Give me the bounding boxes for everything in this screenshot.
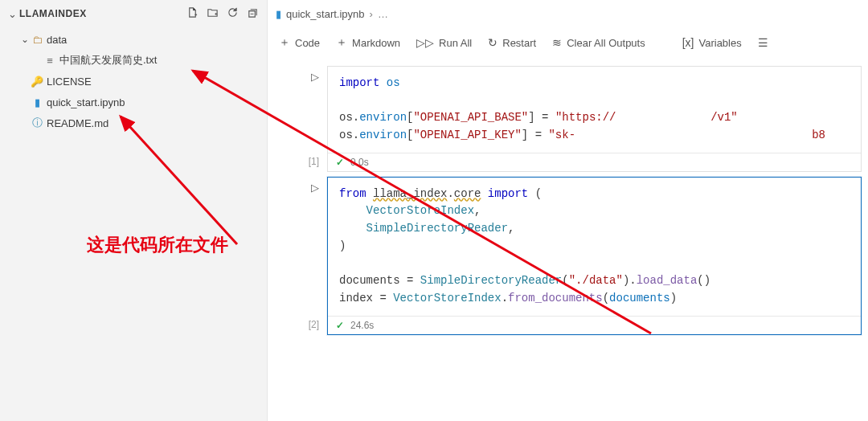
new-folder-icon[interactable]	[207, 6, 219, 21]
breadcrumb-sep: ›	[370, 8, 373, 20]
cell-index: [1]	[309, 156, 319, 167]
tree-item-key[interactable]: 🔑LICENSE	[0, 71, 267, 92]
editor-tab[interactable]: ▮ quick_start.ipynb › …	[268, 0, 868, 27]
cell-index: [2]	[309, 319, 319, 330]
tab-filename: quick_start.ipynb	[286, 8, 365, 20]
code-editor[interactable]: import os os.environ["OPENAI_API_BASE"] …	[328, 67, 861, 153]
tree-item-label: LICENSE	[47, 76, 92, 88]
run-cell-button[interactable]: ▷	[311, 182, 319, 194]
code-cell[interactable]: import os os.environ["OPENAI_API_BASE"] …	[327, 66, 862, 172]
notebook-toolbar: ＋Code ＋Markdown ▷▷Run All ↻Restart ≋Clea…	[268, 27, 868, 58]
tree-item-label: 中国航天发展简史.txt	[59, 53, 157, 67]
code-editor[interactable]: from llama_index.core import ( VectorSto…	[328, 178, 861, 316]
info-icon: ⓘ	[31, 116, 43, 130]
code-cell[interactable]: from llama_index.core import ( VectorSto…	[327, 177, 862, 335]
clear-outputs-button[interactable]: ≋Clear All Outputs	[552, 36, 645, 49]
plus-icon: ＋	[336, 35, 347, 50]
breadcrumb-more: …	[378, 8, 388, 20]
editor-area: ▮ quick_start.ipynb › … ＋Code ＋Markdown …	[268, 0, 868, 421]
explorer-header[interactable]: ⌄ LLAMAINDEX	[0, 0, 267, 27]
check-icon: ✓	[336, 320, 344, 331]
tree-item-md[interactable]: ⓘREADME.md	[0, 112, 267, 133]
restart-icon: ↻	[488, 36, 497, 49]
notebook-icon: ▮	[31, 96, 43, 108]
add-code-button[interactable]: ＋Code	[279, 35, 320, 50]
run-cell-button[interactable]: ▷	[311, 71, 319, 83]
license-icon: 🔑	[31, 76, 43, 88]
run-all-button[interactable]: ▷▷Run All	[416, 36, 472, 49]
notebook-cells: ▷[1]import os os.environ["OPENAI_API_BAS…	[268, 58, 868, 421]
chevron-down-icon: ⌄	[6, 8, 18, 20]
new-file-icon[interactable]	[186, 6, 199, 21]
run-all-icon: ▷▷	[416, 36, 434, 49]
add-markdown-button[interactable]: ＋Markdown	[336, 35, 400, 50]
tree-item-nb[interactable]: ▮quick_start.ipynb	[0, 92, 267, 112]
collapse-all-icon[interactable]	[247, 6, 259, 21]
folder-icon: 🗀	[31, 34, 43, 46]
explorer-title: LLAMAINDEX	[19, 8, 186, 19]
plus-icon: ＋	[279, 35, 290, 50]
file-tree: ⌄🗀data≡中国航天发展简史.txt🔑LICENSE▮quick_start.…	[0, 27, 267, 133]
text-file-icon: ≡	[43, 55, 56, 67]
file-explorer: ⌄ LLAMAINDEX ⌄🗀data≡中国航天发展简史.txt🔑LICENSE…	[0, 0, 268, 421]
cell-status: ✓0.0s	[328, 153, 861, 171]
notebook-icon: ▮	[276, 8, 281, 20]
restart-button[interactable]: ↻Restart	[488, 36, 536, 49]
explorer-actions	[186, 6, 259, 21]
cell-status: ✓24.6s	[328, 316, 861, 334]
tree-item-label: data	[47, 34, 67, 46]
list-icon: ☰	[758, 36, 768, 49]
clear-icon: ≋	[552, 36, 562, 49]
chevron-down-icon: ⌄	[19, 34, 31, 45]
variables-button[interactable]: [x]Variables	[682, 36, 742, 49]
check-icon: ✓	[336, 157, 344, 168]
variables-icon: [x]	[682, 36, 694, 49]
refresh-icon[interactable]	[227, 6, 239, 21]
tree-item-label: quick_start.ipynb	[47, 96, 125, 108]
tree-item-txt[interactable]: ≡中国航天发展简史.txt	[0, 50, 267, 71]
tree-item-label: README.md	[47, 117, 108, 129]
tree-item-folder[interactable]: ⌄🗀data	[0, 29, 267, 50]
outline-button[interactable]: ☰	[758, 36, 768, 49]
